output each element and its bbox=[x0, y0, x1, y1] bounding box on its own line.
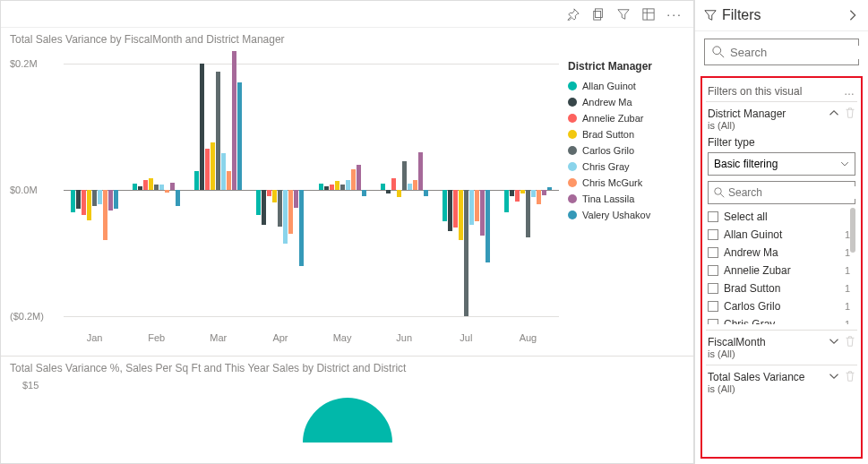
filter-card-fiscalmonth[interactable]: FiscalMonth is (All) bbox=[706, 330, 857, 365]
chevron-down-icon[interactable] bbox=[829, 371, 839, 382]
legend-item[interactable]: Valery Ushakov bbox=[568, 207, 681, 223]
bar[interactable] bbox=[319, 184, 323, 190]
bar[interactable] bbox=[87, 190, 91, 220]
legend-item[interactable]: Carlos Grilo bbox=[568, 142, 681, 159]
bar[interactable] bbox=[294, 190, 298, 208]
chart-2[interactable]: Total Sales Variance %, Sales Per Sq Ft … bbox=[1, 356, 693, 463]
checkbox[interactable] bbox=[708, 229, 718, 240]
bar[interactable] bbox=[526, 190, 530, 237]
chevron-up-icon[interactable] bbox=[829, 107, 839, 118]
bar[interactable] bbox=[200, 64, 204, 190]
bar[interactable] bbox=[362, 190, 366, 196]
bar[interactable] bbox=[165, 190, 169, 193]
legend-item[interactable]: Allan Guinot bbox=[568, 78, 681, 94]
bar[interactable] bbox=[149, 178, 153, 190]
bar[interactable] bbox=[475, 190, 479, 221]
filter-value-item[interactable]: Annelie Zubar1 bbox=[708, 262, 855, 279]
bar[interactable] bbox=[288, 190, 293, 234]
filter-value-item[interactable]: Andrew Ma1 bbox=[708, 244, 855, 262]
bar[interactable] bbox=[402, 161, 407, 190]
filters-search[interactable] bbox=[704, 39, 859, 65]
filter-icon[interactable] bbox=[616, 7, 631, 21]
bar[interactable] bbox=[262, 190, 266, 225]
bar[interactable] bbox=[98, 190, 102, 204]
bar[interactable] bbox=[272, 190, 277, 202]
bar[interactable] bbox=[443, 190, 447, 221]
filter-value-item[interactable]: Chris Gray1 bbox=[708, 315, 855, 324]
bar[interactable] bbox=[299, 190, 304, 266]
filters-search-input[interactable] bbox=[730, 46, 868, 59]
bar[interactable] bbox=[211, 142, 215, 190]
chevron-down-icon[interactable] bbox=[829, 336, 839, 347]
bar[interactable] bbox=[453, 190, 458, 228]
bar[interactable] bbox=[381, 184, 385, 190]
filter-type-select[interactable]: Basic filtering bbox=[708, 152, 855, 176]
bar[interactable] bbox=[413, 180, 417, 190]
bar[interactable] bbox=[133, 184, 137, 190]
collapse-panel-icon[interactable] bbox=[847, 9, 859, 21]
bar[interactable] bbox=[340, 185, 345, 190]
bar[interactable] bbox=[71, 190, 75, 212]
legend-item[interactable]: Brad Sutton bbox=[568, 126, 681, 142]
bar[interactable] bbox=[108, 190, 113, 211]
bar[interactable] bbox=[103, 190, 107, 240]
focus-mode-icon[interactable] bbox=[641, 7, 656, 21]
bar[interactable] bbox=[486, 190, 490, 262]
section-more-icon[interactable]: … bbox=[844, 85, 855, 98]
bar[interactable] bbox=[170, 183, 175, 190]
bar[interactable] bbox=[216, 72, 220, 190]
bar[interactable] bbox=[232, 51, 236, 190]
bar[interactable] bbox=[154, 185, 159, 190]
checkbox[interactable] bbox=[708, 211, 718, 222]
bar[interactable] bbox=[351, 169, 356, 190]
bar[interactable] bbox=[515, 190, 520, 202]
bar[interactable] bbox=[520, 190, 525, 193]
checkbox[interactable] bbox=[708, 283, 718, 294]
bar[interactable] bbox=[510, 190, 514, 196]
bar[interactable] bbox=[205, 149, 210, 190]
bar[interactable] bbox=[386, 190, 391, 193]
bar[interactable] bbox=[418, 152, 423, 190]
filter-value-search-input[interactable] bbox=[728, 186, 863, 199]
filter-value-item[interactable]: Brad Sutton1 bbox=[708, 279, 855, 297]
bar[interactable] bbox=[391, 178, 396, 190]
filter-value-item[interactable]: Carlos Grilo1 bbox=[708, 297, 855, 315]
bar[interactable] bbox=[504, 190, 509, 212]
bar[interactable] bbox=[424, 190, 428, 196]
bar[interactable] bbox=[408, 184, 412, 190]
bar[interactable] bbox=[138, 186, 142, 190]
pin-icon[interactable] bbox=[566, 7, 580, 21]
bar[interactable] bbox=[114, 190, 118, 209]
legend-item[interactable]: Andrew Ma bbox=[568, 94, 681, 110]
bar[interactable] bbox=[330, 185, 334, 190]
bar[interactable] bbox=[256, 190, 261, 215]
filter-value-item[interactable]: Select all bbox=[708, 208, 855, 226]
bar[interactable] bbox=[346, 180, 350, 190]
filter-card-total-sales-variance[interactable]: Total Sales Variance is (All) bbox=[706, 365, 857, 400]
legend-item[interactable]: Chris McGurk bbox=[568, 175, 681, 191]
checkbox[interactable] bbox=[708, 319, 718, 324]
filter-card-district-manager[interactable]: District Manager is (All) Filter type Ba… bbox=[706, 101, 857, 330]
bar[interactable] bbox=[237, 82, 242, 190]
bar[interactable] bbox=[267, 190, 271, 196]
bar[interactable] bbox=[537, 190, 541, 204]
bar[interactable] bbox=[542, 190, 546, 195]
bar[interactable] bbox=[480, 190, 485, 236]
bar[interactable] bbox=[176, 190, 180, 206]
bar[interactable] bbox=[531, 190, 536, 197]
bar[interactable] bbox=[143, 180, 148, 190]
bar[interactable] bbox=[335, 181, 339, 190]
bar[interactable] bbox=[357, 165, 361, 190]
clear-filter-icon[interactable] bbox=[845, 107, 855, 118]
chart-plot[interactable]: $0.2M$0.0M($0.2M) JanFebMarAprMayJunJulA… bbox=[10, 51, 559, 356]
bar[interactable] bbox=[283, 190, 288, 244]
filter-value-item[interactable]: Allan Guinot1 bbox=[708, 226, 855, 244]
bar[interactable] bbox=[221, 153, 226, 190]
bar[interactable] bbox=[159, 185, 164, 190]
scrollbar-thumb[interactable] bbox=[850, 208, 855, 253]
bar[interactable] bbox=[469, 190, 474, 225]
checkbox[interactable] bbox=[708, 265, 718, 276]
bar[interactable] bbox=[278, 190, 282, 227]
clear-filter-icon[interactable] bbox=[845, 371, 855, 382]
legend-item[interactable]: Tina Lassila bbox=[568, 191, 681, 207]
